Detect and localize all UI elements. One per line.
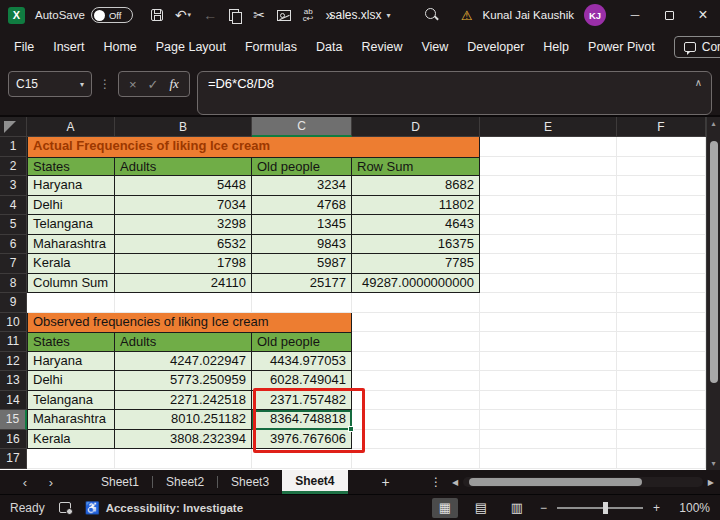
ribbon-tab-developer[interactable]: Developer — [467, 40, 524, 54]
cell-F10[interactable] — [617, 313, 706, 333]
select-all-corner[interactable] — [0, 117, 27, 137]
row-header-13[interactable]: 13 — [0, 371, 27, 391]
autosave-toggle[interactable]: Off — [91, 7, 133, 23]
row-header-1[interactable]: 1 — [0, 137, 27, 157]
enter-icon[interactable]: ✓ — [148, 77, 159, 92]
cell-B8[interactable]: 24110 — [115, 274, 252, 294]
cell-A4[interactable]: Delhi — [27, 196, 115, 216]
cell-F6[interactable] — [617, 235, 706, 255]
cell-C4[interactable]: 4768 — [252, 196, 352, 216]
scroll-down-icon[interactable]: ▾ — [707, 459, 720, 468]
warning-icon[interactable]: ⚠ — [461, 8, 473, 23]
formula-input[interactable]: =D6*C8/D8 ∧ — [197, 71, 712, 115]
cell-D11[interactable] — [352, 332, 480, 352]
scroll-up-icon[interactable]: ▴ — [707, 119, 720, 128]
sheet-tab-1[interactable]: Sheet1 — [88, 470, 152, 494]
insert-function-icon[interactable]: fx — [170, 76, 179, 92]
cell-C7[interactable]: 5987 — [252, 254, 352, 274]
cell-C11[interactable]: Old people — [252, 332, 352, 352]
cell-B16[interactable]: 3808.232394 — [115, 430, 252, 450]
cut-icon[interactable]: ✂ — [253, 7, 265, 23]
cell-E15[interactable] — [480, 410, 617, 430]
column-header-D[interactable]: D — [352, 117, 480, 137]
cell-B17[interactable] — [115, 449, 252, 469]
cell-D16[interactable] — [352, 430, 480, 450]
cell-D9[interactable] — [352, 293, 480, 313]
view-normal-icon[interactable]: ▦ — [432, 498, 458, 518]
row-header-17[interactable]: 17 — [0, 449, 27, 469]
close-button[interactable]: × — [686, 0, 720, 30]
ribbon-tab-view[interactable]: View — [421, 40, 448, 54]
cell-B5[interactable]: 3298 — [115, 215, 252, 235]
cell-F15[interactable] — [617, 410, 706, 430]
cell-E6[interactable] — [480, 235, 617, 255]
row-header-8[interactable]: 8 — [0, 274, 27, 294]
row-header-5[interactable]: 5 — [0, 215, 27, 235]
cell-F2[interactable] — [617, 157, 706, 177]
cell-B9[interactable] — [115, 293, 252, 313]
cell-F3[interactable] — [617, 176, 706, 196]
save-icon[interactable] — [151, 9, 163, 21]
cell-F14[interactable] — [617, 391, 706, 411]
accessibility-checker[interactable]: ♿ Accessibility: Investigate — [85, 501, 243, 515]
cell-E12[interactable] — [480, 352, 617, 372]
row-header-15[interactable]: 15 — [0, 410, 27, 430]
cell-B4[interactable]: 7034 — [115, 196, 252, 216]
cell-A2[interactable]: States — [27, 157, 115, 177]
sheet-tab-2[interactable]: Sheet2 — [153, 470, 217, 494]
view-page-break-icon[interactable]: ▥ — [504, 498, 530, 518]
search-icon[interactable] — [425, 8, 439, 22]
cell-B15[interactable]: 8010.251182 — [115, 410, 252, 430]
comments-button[interactable]: Comments — [674, 36, 720, 58]
cell-B11[interactable]: Adults — [115, 332, 252, 352]
cell-E14[interactable] — [480, 391, 617, 411]
cell-B13[interactable]: 5773.250959 — [115, 371, 252, 391]
excel-app-icon[interactable]: X — [8, 7, 25, 24]
row-header-2[interactable]: 2 — [0, 157, 27, 177]
cell-E17[interactable] — [480, 449, 617, 469]
cell-A14[interactable]: Telangana — [27, 391, 115, 411]
ribbon-tab-page-layout[interactable]: Page Layout — [156, 40, 226, 54]
maximize-button[interactable] — [652, 0, 686, 30]
file-name-menu[interactable]: sales.xlsx ▾ — [329, 0, 390, 30]
cell-F17[interactable] — [617, 449, 706, 469]
cell-E10[interactable] — [480, 313, 617, 333]
cell-F1[interactable] — [617, 137, 706, 157]
cell-E11[interactable] — [480, 332, 617, 352]
cell-D6[interactable]: 16375 — [352, 235, 480, 255]
sheet-tab-4[interactable]: Sheet4 — [282, 470, 347, 494]
ribbon-tab-formulas[interactable]: Formulas — [245, 40, 297, 54]
cell-C12[interactable]: 4434.977053 — [252, 352, 352, 372]
cell-A6[interactable]: Maharashtra — [27, 235, 115, 255]
cell-D3[interactable]: 8682 — [352, 176, 480, 196]
cell-E3[interactable] — [480, 176, 617, 196]
insert-picture-icon[interactable] — [277, 10, 291, 21]
ribbon-tab-help[interactable]: Help — [543, 40, 569, 54]
row-header-6[interactable]: 6 — [0, 235, 27, 255]
cell-B7[interactable]: 1798 — [115, 254, 252, 274]
cell-E9[interactable] — [480, 293, 617, 313]
cell-B3[interactable]: 5448 — [115, 176, 252, 196]
cell-E16[interactable] — [480, 430, 617, 450]
cell-A1[interactable]: Actual Frequencies of liking Ice cream — [27, 137, 480, 157]
row-header-4[interactable]: 4 — [0, 196, 27, 216]
row-header-11[interactable]: 11 — [0, 332, 27, 352]
ribbon-tab-insert[interactable]: Insert — [53, 40, 84, 54]
cell-B14[interactable]: 2271.242518 — [115, 391, 252, 411]
ribbon-tab-file[interactable]: File — [14, 40, 34, 54]
cell-A17[interactable] — [27, 449, 115, 469]
row-header-7[interactable]: 7 — [0, 254, 27, 274]
ribbon-tab-power-pivot[interactable]: Power Pivot — [588, 40, 655, 54]
cell-A3[interactable]: Haryana — [27, 176, 115, 196]
cell-B12[interactable]: 4247.022947 — [115, 352, 252, 372]
cell-E5[interactable] — [480, 215, 617, 235]
cell-F5[interactable] — [617, 215, 706, 235]
minimize-button[interactable]: ─ — [618, 0, 652, 30]
sheet-menu-icon[interactable]: ⋮ — [430, 475, 442, 489]
cell-E4[interactable] — [480, 196, 617, 216]
cancel-icon[interactable]: × — [129, 77, 137, 92]
user-name[interactable]: Kunal Jai Kaushik — [483, 9, 574, 21]
cell-C9[interactable] — [252, 293, 352, 313]
cell-C8[interactable]: 25177 — [252, 274, 352, 294]
cell-C6[interactable]: 9843 — [252, 235, 352, 255]
